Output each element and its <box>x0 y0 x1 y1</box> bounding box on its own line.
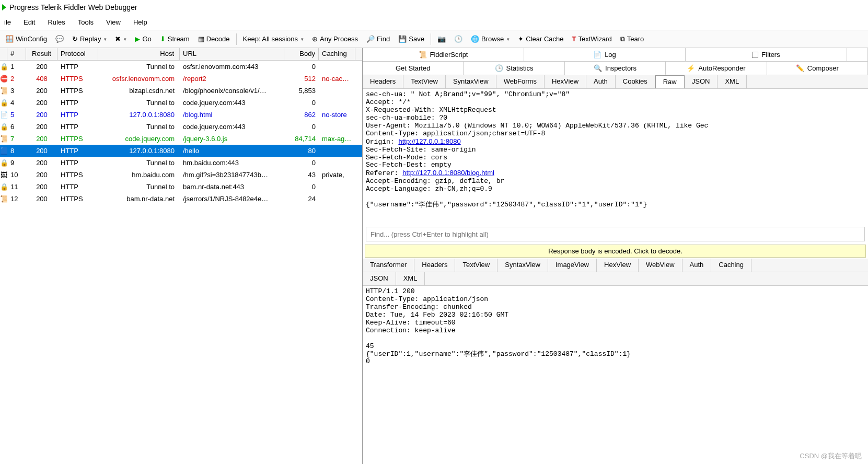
top-tab-log[interactable]: 📄Log <box>524 48 686 61</box>
top-tab-fiddlerscript[interactable]: 📜FiddlerScript <box>363 48 524 61</box>
session-result: 200 <box>26 183 57 191</box>
req-tab-raw[interactable]: Raw <box>655 75 685 88</box>
main-tab-composer[interactable]: ✏️Composer <box>767 62 868 75</box>
session-row[interactable]: 🟦8200HTTP127.0.0.1:8080/hello80 <box>0 145 362 157</box>
resp-tab-caching[interactable]: Caching <box>711 259 751 272</box>
req-tab-auth[interactable]: Auth <box>586 75 616 88</box>
menu-rules[interactable]: Rules <box>48 18 65 26</box>
col-icon[interactable] <box>0 48 7 60</box>
session-result: 200 <box>26 63 57 71</box>
textwizard-button[interactable]: TTextWizard <box>570 34 614 44</box>
session-row[interactable]: 📄5200HTTP127.0.0.1:8080/blog.html862no-s… <box>0 109 362 121</box>
session-body: 80 <box>284 147 319 155</box>
find-button[interactable]: 🔎Find <box>364 34 392 44</box>
stream-button[interactable]: ⬇Stream <box>158 34 192 44</box>
resp-tab-transformer[interactable]: Transformer <box>363 259 414 272</box>
col-result[interactable]: Result <box>26 48 57 60</box>
session-row[interactable]: 🔒1200HTTPTunnel toosfsr.lenovomm.com:443… <box>0 61 362 73</box>
decode-button[interactable]: ▦Decode <box>196 34 232 44</box>
menu-view[interactable]: View <box>106 18 121 26</box>
top-tab-overflow[interactable] <box>847 48 868 61</box>
tearoff-button[interactable]: ⧉Tearo <box>618 34 646 44</box>
session-row[interactable]: 🔒4200HTTPTunnel tocode.jquery.com:4430 <box>0 97 362 109</box>
req-tab-syntaxview[interactable]: SyntaxView <box>446 75 496 88</box>
resp-tab-hexview[interactable]: HexView <box>597 259 639 272</box>
resp-tab-textview[interactable]: TextView <box>455 259 497 272</box>
session-url: code.jquery.com:443 <box>180 123 284 131</box>
resp-tab-xml[interactable]: XML <box>396 272 425 285</box>
main-tab-autoresponder[interactable]: ⚡AutoResponder <box>666 62 767 75</box>
req-tab-json[interactable]: JSON <box>685 75 718 88</box>
session-body: 862 <box>284 111 319 119</box>
req-tab-xml[interactable]: XML <box>717 75 747 88</box>
req-tab-webforms[interactable]: WebForms <box>496 75 545 88</box>
session-protocol: HTTP <box>57 159 98 167</box>
resp-tab-syntaxview[interactable]: SyntaxView <box>497 259 548 272</box>
req-tab-hexview[interactable]: HexView <box>545 75 586 88</box>
resp-tab-webview[interactable]: WebView <box>639 259 682 272</box>
main-tab-statistics[interactable]: 🕒Statistics <box>464 62 564 75</box>
keep-sessions-dropdown[interactable]: Keep: All sessions <box>241 34 306 44</box>
session-row[interactable]: 🔒6200HTTPTunnel tocode.jquery.com:4430 <box>0 121 362 133</box>
comment-button[interactable]: 💬 <box>53 34 66 44</box>
resp-tab-auth[interactable]: Auth <box>682 259 712 272</box>
clearcache-button[interactable]: ✦Clear Cache <box>516 34 565 44</box>
session-protocol: HTTPS <box>57 87 98 95</box>
timer-button[interactable]: 🕒 <box>452 34 465 44</box>
resp-tab-headers[interactable]: Headers <box>414 259 455 272</box>
col-id[interactable]: # <box>7 48 26 60</box>
session-row[interactable]: 🔒9200HTTPTunnel tohm.baidu.com:4430 <box>0 157 362 169</box>
req-tab-textview[interactable]: TextView <box>403 75 446 88</box>
referer-link[interactable]: http://127.0.0.1:8080/blog.html <box>402 169 494 177</box>
session-body: 512 <box>284 75 319 83</box>
top-tabs: 📜FiddlerScript📄LogFilters <box>363 48 868 62</box>
request-raw-view[interactable]: sec-ch-ua: " Not A;Brand";v="99", "Chrom… <box>363 89 868 225</box>
menu-tools[interactable]: Tools <box>78 18 94 26</box>
col-body[interactable]: Body <box>284 48 319 60</box>
comment-icon: 💬 <box>55 35 64 43</box>
req-tab-headers[interactable]: Headers <box>363 75 403 88</box>
session-row[interactable]: 📜3200HTTPSbizapi.csdn.net/blog/phoenix/c… <box>0 85 362 97</box>
session-result: 200 <box>26 147 57 155</box>
col-url[interactable]: URL <box>180 48 284 60</box>
menu-file[interactable]: ile <box>4 18 11 26</box>
req-tab-cookies[interactable]: Cookies <box>616 75 655 88</box>
col-host[interactable]: Host <box>98 48 180 60</box>
col-protocol[interactable]: Protocol <box>57 48 98 60</box>
go-button[interactable]: ▶Go <box>133 34 153 44</box>
save-button[interactable]: 💾Save <box>396 34 426 44</box>
session-row[interactable]: ⛔2408HTTPSosfsr.lenovomm.com/report2512n… <box>0 73 362 85</box>
session-row[interactable]: 🖼10200HTTPShm.baidu.com/hm.gif?si=3b2318… <box>0 169 362 181</box>
session-protocol: HTTP <box>57 183 98 191</box>
screenshot-button[interactable]: 📷 <box>435 34 448 44</box>
sessions-list[interactable]: 🔒1200HTTPTunnel toosfsr.lenovomm.com:443… <box>0 61 362 464</box>
session-row[interactable]: 🔒11200HTTPTunnel tobam.nr-data.net:4430 <box>0 181 362 193</box>
session-result: 200 <box>26 195 57 203</box>
resp-tab-imageview[interactable]: ImageView <box>548 259 597 272</box>
session-result: 200 <box>26 159 57 167</box>
session-protocol: HTTPS <box>57 75 98 83</box>
main-tab-getstarted[interactable]: Get Started <box>363 62 464 75</box>
response-inspector-tabs: TransformerHeadersTextViewSyntaxViewImag… <box>363 259 868 272</box>
any-process-button[interactable]: ⊕Any Process <box>310 34 360 44</box>
decode-notice[interactable]: Response body is encoded. Click to decod… <box>365 245 866 258</box>
session-host: Tunnel to <box>98 63 180 71</box>
find-icon: 🔎 <box>366 35 375 43</box>
remove-button[interactable]: ✖ <box>113 34 129 44</box>
origin-link[interactable]: http://127.0.0.1:8080 <box>398 137 460 145</box>
menu-edit[interactable]: Edit <box>24 18 35 26</box>
replay-button[interactable]: ↻Replay <box>70 34 109 44</box>
response-raw-view[interactable]: HTTP/1.1 200 Content-Type: application/j… <box>363 286 868 464</box>
resp-tab-json[interactable]: JSON <box>363 272 396 285</box>
menu-help[interactable]: Help <box>133 18 147 26</box>
session-row[interactable]: 📜12200HTTPSbam.nr-data.net/jserrors/1/NR… <box>0 193 362 205</box>
tab-label: Composer <box>807 64 839 72</box>
main-tab-inspectors[interactable]: 🔍Inspectors <box>565 62 666 75</box>
session-row[interactable]: 📜7200HTTPScode.jquery.com/jquery-3.6.0.j… <box>0 133 362 145</box>
browse-button[interactable]: 🌐Browse <box>469 34 512 44</box>
top-tab-filters[interactable]: Filters <box>686 48 847 61</box>
winconfig-button[interactable]: 🪟WinConfig <box>3 34 49 44</box>
col-caching[interactable]: Caching <box>319 48 355 60</box>
tab-label: Inspectors <box>605 64 636 72</box>
find-input[interactable] <box>366 227 865 241</box>
